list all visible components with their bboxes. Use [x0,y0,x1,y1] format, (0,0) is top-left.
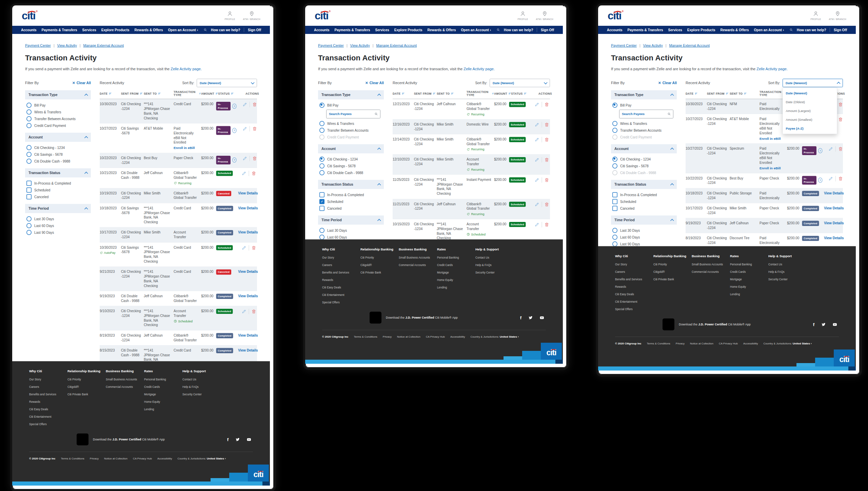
sort-option[interactable]: Amount (Largest) [783,107,837,115]
citi-logo[interactable]: citi® [608,10,621,21]
legal-link[interactable]: Notice at Collection [397,335,420,338]
delete-button[interactable] [252,126,257,131]
breadcrumb-view-activity[interactable]: View Activity [57,43,77,48]
view-details-link[interactable]: View Details [824,191,844,195]
filter-option-credit-card-payment[interactable]: Credit Card Payment [612,134,677,140]
footer-link[interactable]: Our Story [29,378,67,381]
nav-help[interactable]: How can we help? [797,28,826,32]
edit-button[interactable] [241,171,246,176]
app-store-badge[interactable] [370,312,381,324]
footer-link[interactable]: Rewards [615,285,653,289]
view-details-link[interactable]: View Details [824,206,844,211]
legal-link[interactable]: CA Privacy Hub [719,342,738,345]
filter-section-transaction-type[interactable]: Transaction Type [318,90,384,99]
facebook-icon[interactable]: f [813,322,814,327]
clear-all-button[interactable]: ✕Clear All [365,81,384,85]
footer-link[interactable]: Citi Easy Deals [322,286,360,289]
footer-link[interactable]: Mortgage [144,393,182,396]
edit-button[interactable] [828,147,833,152]
edit-button[interactable] [241,245,246,250]
legal-link[interactable]: Accessibility [450,335,465,338]
legal-link[interactable]: Accessibility [157,457,172,460]
footer-link[interactable]: Citigold® [360,264,399,267]
filter-option-inprocess-completed[interactable]: In-Process & Completed [612,191,677,198]
filter-option-last-30[interactable]: Last 30 Days [612,227,677,234]
edit-button[interactable] [534,102,539,107]
filter-option-citi-double-cash[interactable]: Citi Double Cash - 9988 [612,169,677,176]
profile-button[interactable]: PROFILE [811,11,821,20]
country-selector[interactable]: United States › [500,335,519,338]
nav-accounts[interactable]: Accounts [607,28,623,32]
legal-link[interactable]: Notice at Collection [690,342,713,345]
footer-link[interactable]: Lending [730,293,768,296]
filter-section-time-period[interactable]: Time Period [318,215,384,225]
footer-link[interactable]: Small Business Accounts [399,256,437,260]
column-header-sent-from[interactable]: SENT FROM [414,90,437,97]
nav-rewards-offers[interactable]: Rewards & Offers [428,28,456,32]
footer-link[interactable]: Home Equity [437,279,475,282]
edit-button[interactable] [534,177,539,183]
filter-option-last-60[interactable]: Last 60 Days [612,234,677,241]
nav-sign-off[interactable]: Sign Off [248,28,261,32]
footer-link[interactable]: Citi Priority [67,378,106,381]
view-details-link[interactable]: View Details [824,221,844,226]
column-header-transaction-type[interactable]: TRANSACTION TYPE [467,90,494,97]
delete-button[interactable] [251,245,256,250]
column-header-transaction-type[interactable]: TRANSACTION TYPE [174,90,201,97]
column-header-actions[interactable]: ACTIONS [533,90,553,97]
sort-option[interactable]: Amount (Smallest) [783,115,837,124]
nav-explore-products[interactable]: Explore Products [687,28,715,32]
legal-link[interactable]: Terms & Conditions [61,457,84,460]
sort-option[interactable]: Date (Newest) [783,89,837,98]
footer-link[interactable]: Home Equity [730,285,768,289]
nav-accounts[interactable]: Accounts [21,28,37,32]
delete-button[interactable] [838,147,843,152]
edit-button[interactable] [242,102,247,107]
atm-branch-button[interactable]: ATM / BRANCH [536,11,553,20]
nav-explore-products[interactable]: Explore Products [394,28,422,32]
footer-link[interactable]: Our Story [615,263,653,266]
footer-link[interactable]: Rewards [29,400,67,404]
country-selector[interactable]: United States › [793,342,812,345]
filter-option-transfer-between[interactable]: Transfer Between Accounts [26,115,91,122]
edit-button[interactable] [241,309,246,314]
legal-link[interactable]: Privacy [676,342,685,345]
sort-select[interactable]: Date (Newest) [783,79,843,87]
zelle-activity-link[interactable]: Zelle Activity page. [171,67,202,71]
filter-option-citi-double-cash[interactable]: Citi Double Cash - 9988 [319,169,384,176]
footer-link[interactable]: Citi Private Bank [67,393,106,396]
view-details-link[interactable]: View Details [238,333,258,338]
column-header-sent-to[interactable]: SENT TO [437,90,467,97]
filter-option-credit-card-payment[interactable]: Credit Card Payment [319,134,384,140]
nav-sign-off[interactable]: Sign Off [541,28,554,32]
footer-link[interactable]: Help & FAQs [182,385,221,389]
legal-link[interactable]: CA Privacy Hub [133,457,152,460]
breadcrumb-payment-center[interactable]: Payment Center [611,43,637,48]
delete-button[interactable] [544,177,549,183]
footer-link[interactable]: Special Offers [615,308,653,311]
app-store-badge[interactable] [663,319,674,331]
footer-link[interactable]: Citi Entertainment [29,415,67,419]
footer-link[interactable]: Security Center [182,393,221,396]
footer-link[interactable]: Personal Banking [730,263,768,266]
delete-button[interactable] [252,102,257,107]
edit-button[interactable] [242,126,247,131]
breadcrumb-manage-external[interactable]: Manage External Account [376,43,417,48]
filter-option-last-90[interactable]: Last 90 Days [612,241,677,246]
footer-link[interactable]: Citi Priority [360,256,399,260]
citi-logo[interactable]: citi® [315,10,328,21]
delete-button[interactable] [838,117,843,122]
footer-link[interactable]: Mortgage [730,278,768,281]
filter-option-scheduled[interactable]: Scheduled [612,198,677,205]
filter-option-credit-card-payment[interactable]: Credit Card Payment [26,122,91,129]
view-details-link[interactable]: View Details [824,236,844,241]
column-header-amount[interactable]: AMOUNT [201,90,218,97]
footer-link[interactable]: Credit Cards [437,264,475,267]
view-details-link[interactable]: View Details [238,206,258,211]
search-icon[interactable] [789,28,793,32]
facebook-icon[interactable]: f [227,437,229,442]
status-help-icon[interactable]: ? [232,157,237,163]
status-help-icon[interactable]: ? [232,128,237,133]
zelle-activity-link[interactable]: Zelle Activity page. [463,67,495,71]
footer-link[interactable]: Special Offers [29,423,67,426]
